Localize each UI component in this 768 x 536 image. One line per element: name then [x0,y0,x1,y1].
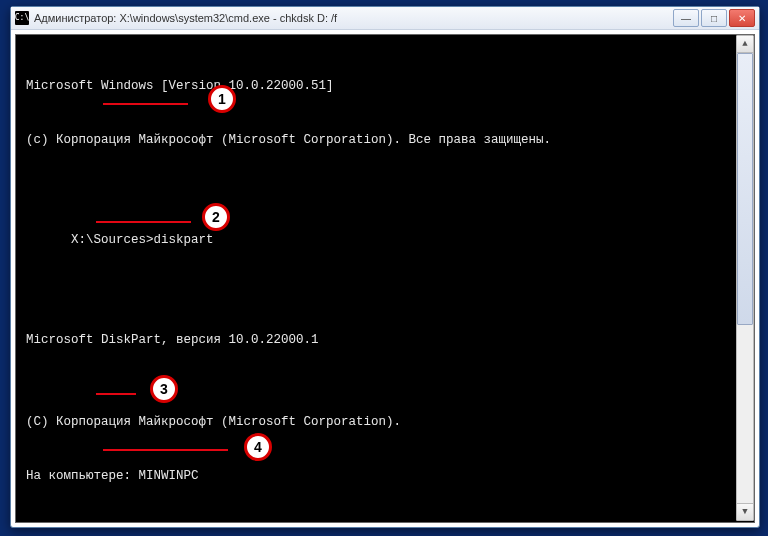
ms-version-line: Microsoft Windows [Version 10.0.22000.51… [26,77,744,95]
callout-2: 2 [202,203,230,231]
scroll-up-button[interactable]: ▲ [737,36,753,53]
console-output[interactable]: Microsoft Windows [Version 10.0.22000.51… [15,34,755,523]
annotation-underline-2 [96,221,191,223]
callout-3: 3 [150,375,178,403]
maximize-button[interactable]: □ [701,9,727,27]
scroll-track[interactable] [737,53,753,503]
callout-1: 1 [208,85,236,113]
diskpart-copyright: (C) Корпорация Майкрософт (Microsoft Cor… [26,413,744,431]
scroll-thumb[interactable] [737,53,753,325]
vertical-scrollbar[interactable]: ▲ ▼ [736,35,754,521]
window-title: Администратор: X:\windows\system32\cmd.e… [34,12,673,24]
cmd-window: C:\ Администратор: X:\windows\system32\c… [10,6,760,528]
cmd-diskpart: diskpart [154,233,214,247]
titlebar[interactable]: C:\ Администратор: X:\windows\system32\c… [11,7,759,30]
annotation-underline-3 [96,393,136,395]
annotation-underline-1 [103,103,188,105]
minimize-button[interactable]: — [673,9,699,27]
diskpart-host: На компьютере: MINWINPC [26,467,744,485]
scroll-down-button[interactable]: ▼ [737,503,753,520]
copyright-line: (c) Корпорация Майкрософт (Microsoft Cor… [26,131,744,149]
callout-4: 4 [244,433,272,461]
cmd-icon: C:\ [15,11,29,25]
prompt-1: X:\Sources> [71,233,154,247]
close-button[interactable]: ✕ [729,9,755,27]
diskpart-version: Microsoft DiskPart, версия 10.0.22000.1 [26,331,744,349]
annotation-underline-4 [103,449,228,451]
